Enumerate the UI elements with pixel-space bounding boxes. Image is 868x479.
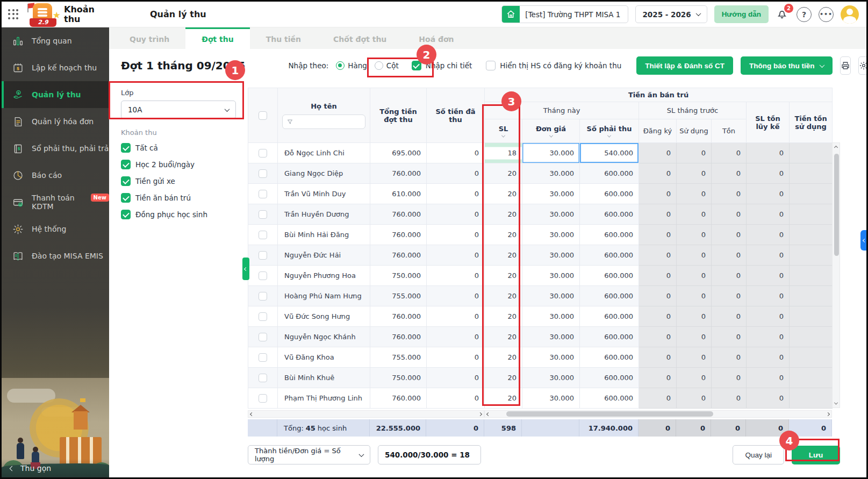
sidebar-collapse-button[interactable]: Thu gọn (2, 459, 109, 477)
cell-amount-due[interactable]: 600.000 (580, 266, 639, 286)
scroll-up-icon[interactable] (833, 143, 840, 152)
cell-sl[interactable]: 20 (485, 286, 522, 306)
tab-process[interactable]: Quy trình (113, 27, 185, 49)
select-all-checkbox[interactable] (259, 111, 267, 120)
cell-unit-price[interactable]: 30.000 (522, 327, 580, 347)
sidebar-item-system[interactable]: Hệ thống (2, 216, 109, 242)
cell-amount-due[interactable]: 540.000 (580, 143, 639, 163)
app-grid-icon[interactable] (8, 9, 19, 20)
cell-amount-due[interactable]: 600.000 (580, 163, 639, 184)
help-circle-icon[interactable]: ? (797, 7, 812, 22)
col-used[interactable]: Sử dụng (677, 119, 712, 143)
cell-amount-due[interactable]: 600.000 (580, 204, 639, 225)
print-button[interactable] (840, 56, 851, 75)
row-checkbox[interactable] (259, 251, 267, 260)
cell-sl[interactable]: 20 (485, 388, 522, 409)
col-cumulative[interactable]: SL tồn lũy kế (747, 102, 790, 143)
more-options-icon[interactable]: ••• (819, 7, 834, 22)
cell-sl[interactable]: 20 (485, 266, 522, 286)
row-checkbox[interactable] (259, 190, 267, 198)
sidebar-item-overview[interactable]: Tổng quan (2, 27, 109, 54)
notify-collection-button[interactable]: Thông báo thu tiền (741, 56, 832, 75)
radio-column[interactable]: Cột (375, 61, 399, 70)
cell-unit-price[interactable]: 30.000 (522, 306, 580, 327)
formula-mode-select[interactable]: Thành tiền/Đơn giá = Số lượng (248, 445, 370, 464)
avatar[interactable] (841, 5, 859, 24)
setup-numbering-button[interactable]: Thiết lập & Đánh số CT (636, 56, 733, 75)
cell-amount-due[interactable]: 600.000 (580, 388, 639, 409)
sidebar-item-receivable-ledger[interactable]: $ Sổ phải thu, phải trả (2, 135, 109, 162)
cell-unit-price[interactable]: 30.000 (522, 266, 580, 286)
cell-unit-price[interactable]: 30.000 (522, 286, 580, 306)
fee-checkbox-item[interactable]: Học 2 buổi/ngày (121, 160, 236, 169)
row-checkbox[interactable] (259, 169, 267, 178)
sidebar-item-fee-management[interactable]: $ Quản lý thu (2, 81, 109, 108)
col-total[interactable]: Tổng tiền đợt thu (370, 88, 427, 143)
cell-sl[interactable]: 20 (485, 368, 522, 388)
sidebar-item-cashless-payment[interactable]: Thanh toán KDTM New (2, 189, 109, 216)
row-checkbox[interactable] (259, 374, 267, 382)
cell-unit-price[interactable]: 30.000 (522, 163, 580, 184)
class-select[interactable]: 10A (121, 101, 236, 119)
col-sl[interactable]: SL (485, 119, 522, 143)
horizontal-scroll-thumb[interactable] (506, 411, 713, 417)
row-checkbox[interactable] (259, 353, 267, 362)
cell-amount-due[interactable]: 600.000 (580, 184, 639, 204)
cell-sl[interactable]: 20 (485, 184, 522, 204)
cell-sl[interactable]: 20 (485, 347, 522, 368)
tab-collect-money[interactable]: Thu tiền (250, 27, 317, 49)
home-icon[interactable] (502, 5, 520, 23)
col-paid[interactable]: Số tiền đã thu (427, 88, 485, 143)
cell-amount-due[interactable]: 600.000 (580, 225, 639, 245)
cell-unit-price[interactable]: 30.000 (522, 388, 580, 409)
row-checkbox[interactable] (259, 271, 267, 280)
tab-close-period[interactable]: Chốt đợt thu (317, 27, 403, 49)
row-checkbox[interactable] (259, 292, 267, 301)
cell-amount-due[interactable]: 600.000 (580, 245, 639, 266)
cell-sl[interactable]: 20 (485, 163, 522, 184)
sidebar-item-reports[interactable]: Báo cáo (2, 162, 109, 189)
col-unit-price[interactable]: Đơn giá (522, 119, 580, 143)
sidebar-item-fee-plan[interactable]: $ Lập kế hoạch thu (2, 54, 109, 81)
cell-unit-price[interactable]: 30.000 (522, 368, 580, 388)
fee-checkbox-item[interactable]: Đồng phục học sinh (121, 210, 236, 219)
cell-amount-due[interactable]: 600.000 (580, 368, 639, 388)
cell-unit-price[interactable]: 30.000 (522, 143, 580, 163)
sidebar-item-misa-training[interactable]: Đào tạo MISA EMIS (2, 242, 109, 269)
cell-sl[interactable]: 20 (485, 327, 522, 347)
fee-checkbox-item[interactable]: Tiền gửi xe (121, 176, 236, 186)
sidebar-item-invoice-management[interactable]: Quản lý hóa đơn (2, 108, 109, 135)
col-remaining[interactable]: Tồn (712, 119, 747, 143)
cell-unit-price[interactable]: 30.000 (522, 347, 580, 368)
help-button[interactable]: Hướng dẫn (714, 5, 769, 23)
name-filter-input[interactable] (282, 115, 365, 129)
row-checkbox[interactable] (259, 312, 267, 321)
fee-checkbox-item[interactable]: Tiền ăn bán trú (121, 193, 236, 203)
cell-sl[interactable]: 20 (485, 204, 522, 225)
vertical-scroll-thumb[interactable] (834, 154, 839, 256)
cell-amount-due[interactable]: 600.000 (580, 347, 639, 368)
checkbox-show-registered[interactable]: Hiển thị HS có đăng ký khoản thu (486, 61, 621, 70)
tab-invoice[interactable]: Hoá đơn (403, 27, 470, 49)
row-checkbox[interactable] (259, 394, 267, 403)
scrollable-columns-scrollbar[interactable] (484, 410, 832, 418)
notification-bell-icon[interactable]: 2 (776, 8, 790, 22)
frozen-columns-scrollbar[interactable] (248, 410, 484, 418)
col-amount-due[interactable]: Số phải thu (580, 119, 639, 143)
radio-row[interactable]: Hàng (336, 61, 367, 70)
back-button[interactable]: Quay lại (733, 445, 784, 464)
settings-button[interactable] (858, 56, 868, 75)
cell-unit-price[interactable]: 30.000 (522, 184, 580, 204)
cell-unit-price[interactable]: 30.000 (522, 225, 580, 245)
cell-sl[interactable]: 18 (485, 143, 522, 163)
tab-collection-period[interactable]: Đợt thu (185, 27, 250, 49)
cell-sl[interactable]: 20 (485, 225, 522, 245)
school-selector[interactable]: [Test] Trường THPT MISA 1 (501, 5, 628, 23)
school-year-select[interactable]: 2025 - 2026 (635, 5, 707, 23)
cell-sl[interactable]: 20 (485, 306, 522, 327)
cell-unit-price[interactable]: 30.000 (522, 245, 580, 266)
fee-checkbox-item[interactable]: Tất cả (121, 143, 236, 153)
col-money-remaining[interactable]: Tiền tồn sử dụng (790, 102, 833, 143)
col-registered[interactable]: Đăng ký (639, 119, 677, 143)
cell-unit-price[interactable]: 30.000 (522, 204, 580, 225)
